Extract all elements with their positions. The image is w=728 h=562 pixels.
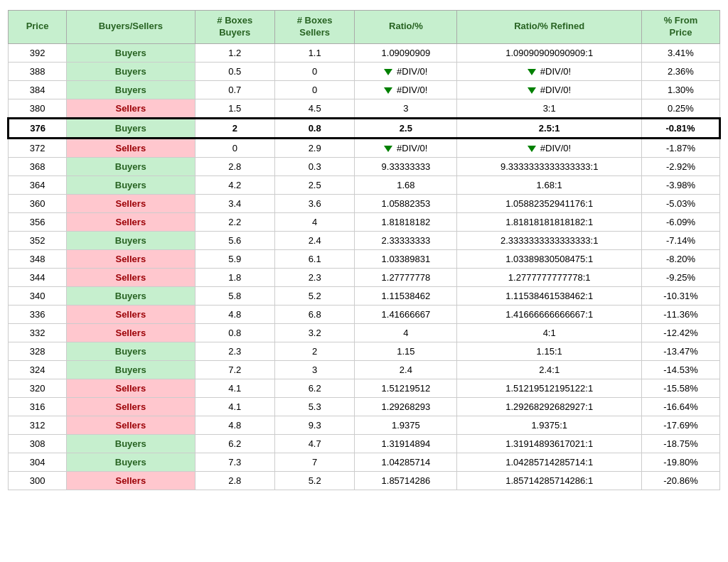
cell-boxes-sellers: 2.9 <box>274 138 354 157</box>
cell-ratio: 2.33333333 <box>355 231 457 249</box>
table-row: 384Buyers0.70 #DIV/0! #DIV/0!1.30% <box>9 80 720 99</box>
arrow-down-icon <box>384 87 392 94</box>
cell-pct-from-price: -18.75% <box>641 434 719 453</box>
cell-pct-from-price: -20.86% <box>641 471 719 490</box>
cell-boxes-sellers: 2 <box>274 342 354 360</box>
cell-type: Sellers <box>67 379 195 397</box>
table-row: 388Buyers0.50 #DIV/0! #DIV/0!2.36% <box>9 62 720 80</box>
cell-price: 324 <box>9 360 67 379</box>
cell-boxes-buyers: 7.2 <box>195 360 274 379</box>
cell-type: Buyers <box>67 231 195 249</box>
cell-pct-from-price: -6.09% <box>641 212 719 231</box>
table-row: 392Buyers1.21.11.090909091.0909090909090… <box>9 43 720 62</box>
cell-ratio-refined: 1.31914893617021:1 <box>457 434 642 453</box>
cell-ratio-refined: 1.51219512195122:1 <box>457 379 642 397</box>
cell-price: 356 <box>9 212 67 231</box>
cell-type: Sellers <box>67 323 195 342</box>
cell-type: Sellers <box>67 471 195 490</box>
cell-boxes-buyers: 5.9 <box>195 249 274 268</box>
table-row: 356Sellers2.241.818181821.81818181818182… <box>9 212 720 231</box>
cell-type: Buyers <box>67 118 195 138</box>
cell-type: Sellers <box>67 416 195 434</box>
cell-type: Sellers <box>67 249 195 268</box>
cell-price: 376 <box>9 118 67 138</box>
col-header-price: Price <box>9 11 67 44</box>
cell-ratio: 1.03389831 <box>355 249 457 268</box>
col-header-pct-from-price: % FromPrice <box>641 11 719 44</box>
cell-boxes-buyers: 2.3 <box>195 342 274 360</box>
cell-price: 328 <box>9 342 67 360</box>
cell-price: 368 <box>9 157 67 175</box>
cell-pct-from-price: -9.25% <box>641 268 719 286</box>
cell-boxes-sellers: 3 <box>274 360 354 379</box>
price-table: Price Buyers/Sellers # BoxesBuyers # Box… <box>7 10 721 490</box>
cell-boxes-buyers: 0.7 <box>195 80 274 99</box>
cell-ratio: #DIV/0! <box>355 80 457 99</box>
cell-type: Sellers <box>67 194 195 212</box>
cell-ratio: 1.09090909 <box>355 43 457 62</box>
cell-ratio-refined: 1.04285714285714:1 <box>457 453 642 471</box>
cell-ratio: 1.27777778 <box>355 268 457 286</box>
cell-boxes-sellers: 7 <box>274 453 354 471</box>
cell-pct-from-price: 2.36% <box>641 62 719 80</box>
cell-price: 304 <box>9 453 67 471</box>
cell-ratio-refined: 1.29268292682927:1 <box>457 397 642 416</box>
table-row: 352Buyers5.62.42.333333332.3333333333333… <box>9 231 720 249</box>
cell-boxes-buyers: 4.1 <box>195 397 274 416</box>
cell-price: 340 <box>9 286 67 305</box>
table-row: 344Sellers1.82.31.277777781.277777777777… <box>9 268 720 286</box>
cell-price: 316 <box>9 397 67 416</box>
cell-ratio-refined: 2.5:1 <box>457 118 642 138</box>
cell-price: 300 <box>9 471 67 490</box>
col-header-boxes-buyers: # BoxesBuyers <box>195 11 274 44</box>
cell-boxes-buyers: 1.8 <box>195 268 274 286</box>
cell-boxes-sellers: 5.3 <box>274 397 354 416</box>
arrow-down-icon <box>528 69 536 75</box>
cell-ratio: 1.81818182 <box>355 212 457 231</box>
cell-boxes-sellers: 6.1 <box>274 249 354 268</box>
arrow-down-icon <box>528 146 536 152</box>
cell-ratio-refined: 1.09090909090909:1 <box>457 43 642 62</box>
col-header-ratio-refined: Ratio/% Refined <box>457 11 642 44</box>
cell-boxes-sellers: 5.2 <box>274 471 354 490</box>
cell-ratio: 1.04285714 <box>355 453 457 471</box>
cell-ratio-refined: 1.85714285714286:1 <box>457 471 642 490</box>
cell-boxes-buyers: 4.2 <box>195 175 274 194</box>
cell-boxes-sellers: 0 <box>274 62 354 80</box>
cell-type: Sellers <box>67 268 195 286</box>
cell-boxes-buyers: 1.5 <box>195 99 274 118</box>
cell-ratio-refined: 1.81818181818182:1 <box>457 212 642 231</box>
table-row: 368Buyers2.80.39.333333339.3333333333333… <box>9 157 720 175</box>
table-row: 300Sellers2.85.21.857142861.857142857142… <box>9 471 720 490</box>
table-row: 320Sellers4.16.21.512195121.512195121951… <box>9 379 720 397</box>
cell-price: 364 <box>9 175 67 194</box>
cell-pct-from-price: -8.20% <box>641 249 719 268</box>
cell-boxes-sellers: 6.2 <box>274 379 354 397</box>
table-row: 312Sellers4.89.31.93751.9375:1-17.69% <box>9 416 720 434</box>
cell-boxes-sellers: 1.1 <box>274 43 354 62</box>
cell-ratio-refined: 1.03389830508475:1 <box>457 249 642 268</box>
cell-pct-from-price: -11.36% <box>641 305 719 323</box>
table-row: 308Buyers6.24.71.319148941.3191489361702… <box>9 434 720 453</box>
cell-pct-from-price: -7.14% <box>641 231 719 249</box>
cell-boxes-sellers: 4 <box>274 212 354 231</box>
table-row: 336Sellers4.86.81.416666671.416666666666… <box>9 305 720 323</box>
cell-boxes-buyers: 5.6 <box>195 231 274 249</box>
table-row: 380Sellers1.54.533:10.25% <box>9 99 720 118</box>
cell-boxes-sellers: 9.3 <box>274 416 354 434</box>
cell-pct-from-price: -12.42% <box>641 323 719 342</box>
cell-type: Buyers <box>67 62 195 80</box>
cell-ratio-refined: 1.15:1 <box>457 342 642 360</box>
cell-type: Buyers <box>67 360 195 379</box>
cell-boxes-buyers: 5.8 <box>195 286 274 305</box>
cell-boxes-buyers: 4.1 <box>195 379 274 397</box>
cell-type: Buyers <box>67 453 195 471</box>
cell-boxes-buyers: 0.5 <box>195 62 274 80</box>
table-row: 324Buyers7.232.42.4:1-14.53% <box>9 360 720 379</box>
cell-type: Sellers <box>67 99 195 118</box>
cell-ratio-refined: 1.9375:1 <box>457 416 642 434</box>
cell-boxes-buyers: 4.8 <box>195 416 274 434</box>
cell-boxes-sellers: 0.8 <box>274 118 354 138</box>
cell-ratio: 4 <box>355 323 457 342</box>
table-row: 332Sellers0.83.244:1-12.42% <box>9 323 720 342</box>
